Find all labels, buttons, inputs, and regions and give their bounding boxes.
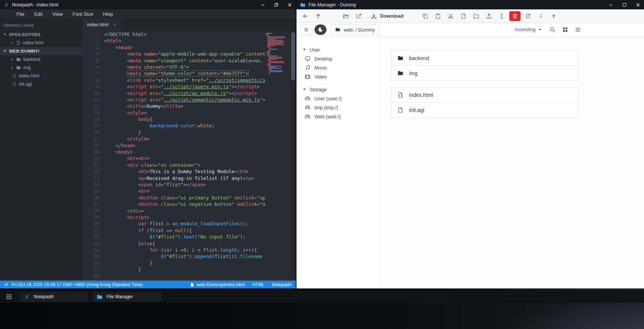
tree-root-web-dummy[interactable]: WEB:/DUMMY/: [0, 47, 83, 55]
code-line-5[interactable]: 5 <meta name="viewport" content="user-sc…: [83, 57, 265, 64]
code-line-34[interactable]: 34 for (var i =0; i < flist.length; i++)…: [83, 247, 265, 253]
info-button[interactable]: [535, 11, 547, 21]
new-file-button[interactable]: [457, 11, 469, 21]
new-folder-button[interactable]: [470, 11, 482, 21]
menu-edit[interactable]: Edit: [34, 11, 42, 17]
theme-toggle-button[interactable]: [314, 24, 327, 35]
sidebar-item-tmp-tmp[interactable]: tmp (tmp:/): [296, 103, 381, 112]
tree-file-index-html[interactable]: index.html: [0, 72, 83, 80]
code-line-25[interactable]: 25 <br>: [83, 188, 265, 194]
code-line-32[interactable]: 32 $("#flist").text("No input file");: [83, 234, 265, 240]
code-line-17[interactable]: 17 </style>: [83, 136, 265, 142]
minimap[interactable]: [266, 33, 289, 77]
up-button[interactable]: [312, 11, 324, 21]
sidebar-item-web-web[interactable]: Web (web:/): [296, 112, 381, 121]
code-line-38[interactable]: 38: [83, 273, 265, 279]
sidebar-item-video[interactable]: Video: [296, 72, 381, 81]
code-line-7[interactable]: 7 <meta name="theme-color" content="#4b7…: [83, 70, 265, 77]
code-line-39[interactable]: 39: [83, 279, 265, 281]
breadcrumb[interactable]: web: / Dummy: [330, 24, 380, 35]
code-line-18[interactable]: 18 </head>: [83, 142, 265, 149]
help-button[interactable]: ?: [548, 11, 560, 21]
close-icon[interactable]: [287, 3, 292, 7]
code-line-37[interactable]: 37 }: [83, 266, 265, 273]
minimize-icon[interactable]: [609, 3, 613, 7]
delete-button[interactable]: [509, 11, 521, 21]
code-line-12[interactable]: 12 <title>Dummy</title>: [83, 103, 265, 109]
code-area[interactable]: 1<!DOCTYPE html>2<html>3 <head>4 <meta n…: [83, 31, 296, 281]
close-icon[interactable]: [636, 3, 640, 7]
open-editors-section[interactable]: OPEN EDITORS: [0, 30, 83, 39]
sidebar-item-desktop[interactable]: Desktop: [296, 54, 381, 63]
code-line-9[interactable]: 9 <script src="../script/jquery.min.js">…: [83, 83, 265, 90]
code-line-30[interactable]: 30 var flist = ao_module_loadInputFiles(…: [83, 220, 265, 227]
file-item-index-html[interactable]: index.html: [391, 87, 579, 103]
restore-icon[interactable]: [274, 3, 278, 7]
sidebar-item-music[interactable]: Music: [296, 63, 381, 72]
menu-button[interactable]: [300, 24, 312, 35]
sidebar-item-user-user[interactable]: User (user:/): [296, 94, 381, 103]
code-line-28[interactable]: 28 </div>: [83, 208, 265, 214]
app-launcher-button[interactable]: [2, 292, 16, 302]
sidebar-section-user[interactable]: User: [296, 45, 381, 54]
code-line-10[interactable]: 10 <script src="../script/ao_module.js">…: [83, 90, 265, 97]
tab-close-icon[interactable]: [113, 23, 116, 26]
menu-help[interactable]: Help: [103, 11, 113, 17]
cut-button[interactable]: [445, 11, 457, 21]
open-button[interactable]: [340, 11, 352, 21]
file-item-init-agi[interactable]: init.agi: [391, 102, 579, 118]
maximize-icon[interactable]: [622, 3, 627, 7]
tree-folder-backend[interactable]: backend: [0, 55, 83, 63]
code-line-27[interactable]: 27 <button class="ui negative button" on…: [83, 201, 265, 207]
editor-scrollbar-thumb[interactable]: [291, 32, 295, 80]
code-line-2[interactable]: 2<html>: [83, 38, 265, 44]
menu-file[interactable]: File: [17, 11, 24, 17]
code-line-14[interactable]: 14 body{: [83, 116, 265, 122]
code-line-16[interactable]: 16 }: [83, 129, 265, 136]
back-button[interactable]: [299, 11, 311, 21]
upload-button[interactable]: [483, 11, 495, 21]
rename-button[interactable]: [496, 11, 508, 21]
code-line-24[interactable]: 24 <span id="flist"></span>: [83, 181, 265, 188]
sidebar-section-storage[interactable]: Storage: [296, 85, 381, 94]
paste-button[interactable]: [432, 11, 444, 21]
code-line-26[interactable]: 26 <button class="ui primary button" onc…: [83, 195, 265, 201]
taskbar-item-file-manager[interactable]: File Manager: [93, 292, 161, 302]
file-item-backend[interactable]: backend: [391, 50, 579, 66]
tab-index-html[interactable]: index.html: [83, 18, 121, 31]
code-line-23[interactable]: 23 <p>Received drag-in filelist (if any)…: [83, 175, 265, 181]
code-line-31[interactable]: 31 if (flist == null){: [83, 227, 265, 234]
download-button[interactable]: Download: [366, 11, 409, 21]
code-line-29[interactable]: 29 <script>: [83, 214, 265, 220]
code-line-11[interactable]: 11 <script src="../script/semantic/seman…: [83, 97, 265, 103]
menu-view[interactable]: View: [52, 11, 63, 17]
code-line-20[interactable]: 20 <br><br>: [83, 155, 265, 161]
code-line-33[interactable]: 33 }else{: [83, 240, 265, 247]
code-line-4[interactable]: 4 <meta name="apple-mobile-web-app-capab…: [83, 51, 265, 57]
code-line-3[interactable]: 3 <head>: [83, 44, 265, 51]
code-line-6[interactable]: 6 <meta charset="UTF-8">: [83, 64, 265, 70]
editor-scrollbar[interactable]: [290, 31, 296, 281]
code-lines[interactable]: 1<!DOCTYPE html>2<html>3 <head>4 <meta n…: [83, 31, 265, 281]
code-line-15[interactable]: 15 background-color:white;: [83, 122, 265, 129]
file-item-img[interactable]: img: [391, 65, 579, 81]
code-line-21[interactable]: 21 <div class="ui container">: [83, 162, 265, 168]
open-editor-index-html[interactable]: index.html: [0, 39, 83, 47]
sort-dropdown[interactable]: Ascending: [515, 27, 542, 32]
minimize-icon[interactable]: [260, 3, 265, 7]
copy-button[interactable]: [419, 11, 431, 21]
tree-file-init-agi[interactable]: init.agi: [0, 80, 83, 88]
code-line-19[interactable]: 19 <body>: [83, 149, 265, 155]
refresh-button[interactable]: [522, 11, 534, 21]
menu-font-size[interactable]: Font Size: [72, 11, 93, 17]
grid-view-icon[interactable]: [562, 27, 568, 33]
open-in-new-button[interactable]: [353, 11, 365, 21]
code-line-36[interactable]: 36 }: [83, 260, 265, 266]
taskbar-item-notepada[interactable]: NotepadA: [20, 292, 89, 302]
code-line-13[interactable]: 13 <style>: [83, 110, 265, 116]
tree-folder-img[interactable]: img: [0, 63, 83, 72]
code-line-8[interactable]: 8 <link rel="stylesheet" href="../script…: [83, 77, 265, 83]
statusbar-language[interactable]: HTML: [252, 282, 265, 287]
code-line-1[interactable]: 1<!DOCTYPE html>: [83, 31, 265, 38]
code-line-22[interactable]: 22 <h3>This is a Dummy Testing Module</h…: [83, 168, 265, 175]
